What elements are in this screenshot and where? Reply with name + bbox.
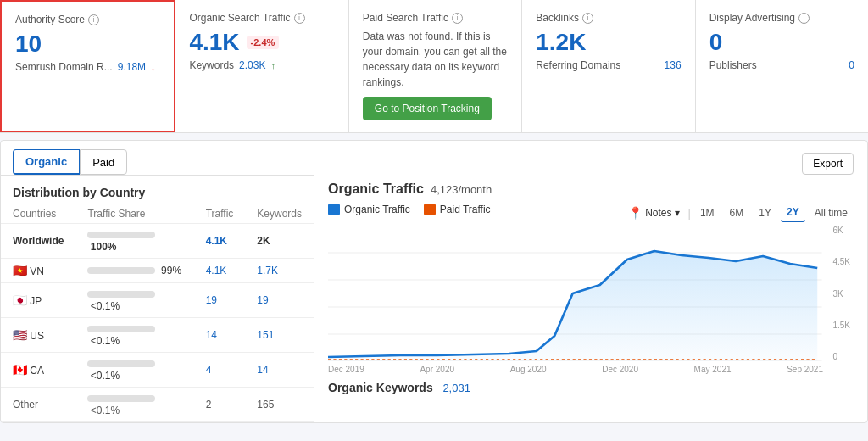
traffic-bar bbox=[87, 395, 155, 402]
time-1y[interactable]: 1Y bbox=[753, 204, 777, 221]
tab-row: Organic Paid bbox=[1, 141, 314, 176]
display-advertising-value: 0 bbox=[709, 29, 854, 56]
keywords-cell: 165 bbox=[245, 388, 314, 422]
keywords-cell: 19 bbox=[245, 283, 314, 318]
display-advertising-sub: Publishers 0 bbox=[709, 59, 854, 71]
country-cell: 🇺🇸 US bbox=[1, 318, 75, 353]
authority-score-arrow: ↓ bbox=[151, 62, 156, 72]
traffic-bar bbox=[87, 232, 155, 238]
traffic-cell: 4.1K bbox=[194, 259, 246, 283]
organic-search-traffic-badge: -2.4% bbox=[247, 36, 280, 49]
notes-label: Notes bbox=[645, 207, 671, 219]
col-traffic: Traffic bbox=[194, 204, 246, 224]
table-row: 🇻🇳 VN 99% 4.1K 1.7K bbox=[1, 259, 314, 283]
time-1m[interactable]: 1M bbox=[694, 204, 721, 221]
organic-keywords-value: 2,031 bbox=[442, 382, 470, 394]
notes-icon: 📍 bbox=[628, 206, 643, 220]
paid-search-traffic-card: Paid Search Traffic i Data was not found… bbox=[349, 0, 522, 132]
paid-checkbox[interactable] bbox=[424, 204, 436, 215]
organic-search-traffic-info-icon[interactable]: i bbox=[294, 13, 305, 24]
notes-button[interactable]: 📍 Notes ▾ bbox=[623, 204, 684, 222]
chart-area-fill bbox=[328, 251, 817, 361]
x-dec2019: Dec 2019 bbox=[328, 365, 364, 374]
backlinks-value: 1.2K bbox=[536, 29, 681, 56]
traffic-share-cell: <0.1% bbox=[75, 353, 193, 388]
tabs: Organic Paid bbox=[13, 149, 127, 175]
traffic-bar bbox=[87, 267, 155, 274]
traffic-bar bbox=[87, 360, 155, 367]
x-aug2020: Aug 2020 bbox=[510, 365, 547, 374]
time-6m[interactable]: 6M bbox=[724, 204, 750, 221]
table-row: 🇯🇵 JP <0.1% 19 19 bbox=[1, 283, 314, 318]
organic-search-traffic-value: 4.1K -2.4% bbox=[189, 29, 334, 56]
chart-area: 6K 4.5K 3K 1.5K 0 bbox=[328, 226, 854, 361]
legend-time-row: Organic Traffic Paid Traffic 📍 Notes ▾ |… bbox=[328, 204, 854, 222]
organic-search-traffic-title: Organic Search Traffic i bbox=[189, 12, 334, 24]
x-sep2021: Sep 2021 bbox=[787, 365, 823, 374]
authority-score-info-icon[interactable]: i bbox=[88, 14, 99, 25]
keywords-cell: 151 bbox=[245, 318, 314, 353]
separator-1: | bbox=[688, 207, 691, 220]
legend-row: Organic Traffic Paid Traffic bbox=[328, 204, 491, 215]
traffic-cell: 2 bbox=[194, 388, 246, 422]
country-cell: Other bbox=[1, 388, 75, 422]
organic-keywords-row: Organic Keywords 2,031 bbox=[328, 381, 854, 394]
chart-svg bbox=[328, 226, 854, 361]
traffic-share-cell: 100% bbox=[75, 224, 193, 259]
traffic-share-cell: 99% bbox=[75, 259, 193, 283]
paid-label: Paid Traffic bbox=[440, 204, 491, 215]
x-may2021: May 2021 bbox=[694, 365, 732, 374]
col-traffic-share: Traffic Share bbox=[75, 204, 193, 224]
country-cell: 🇯🇵 JP bbox=[1, 283, 75, 318]
legend-paid: Paid Traffic bbox=[424, 204, 491, 215]
traffic-bar bbox=[87, 326, 155, 332]
paid-search-traffic-desc: Data was not found. If this is your doma… bbox=[363, 29, 508, 90]
top-cards-section: Authority Score i 10 Semrush Domain R...… bbox=[0, 0, 868, 133]
traffic-bar bbox=[87, 291, 155, 298]
traffic-cell: 4.1K bbox=[194, 224, 246, 259]
display-advertising-card: Display Advertising i 0 Publishers 0 bbox=[696, 0, 868, 132]
keywords-cell: 14 bbox=[245, 353, 314, 388]
organic-search-traffic-arrow: ↑ bbox=[270, 60, 275, 70]
tab-organic[interactable]: Organic bbox=[13, 149, 80, 175]
time-all[interactable]: All time bbox=[809, 204, 854, 221]
x-labels: Dec 2019 Apr 2020 Aug 2020 Dec 2020 May … bbox=[328, 365, 854, 374]
paid-search-traffic-title: Paid Search Traffic i bbox=[363, 12, 508, 24]
authority-score-value: 10 bbox=[15, 31, 160, 58]
table-row: Worldwide 100% 4.1K 2K bbox=[1, 224, 314, 259]
col-keywords: Keywords bbox=[245, 204, 314, 224]
traffic-cell: 4 bbox=[194, 353, 246, 388]
position-tracking-button[interactable]: Go to Position Tracking bbox=[363, 97, 492, 120]
distribution-title: Distribution by Country bbox=[1, 176, 314, 204]
organic-keywords-label: Organic Keywords bbox=[328, 381, 433, 394]
organic-checkbox[interactable] bbox=[328, 204, 340, 215]
time-2y[interactable]: 2Y bbox=[781, 204, 805, 222]
country-cell: 🇨🇦 CA bbox=[1, 353, 75, 388]
export-button[interactable]: Export bbox=[802, 153, 854, 175]
x-dec2020: Dec 2020 bbox=[602, 365, 638, 374]
right-panel: Export Organic Traffic 4,123/month Organ… bbox=[314, 141, 867, 422]
table-row: Other <0.1% 2 165 bbox=[1, 388, 314, 422]
country-cell: 🇻🇳 VN bbox=[1, 259, 75, 283]
traffic-cell: 14 bbox=[194, 318, 246, 353]
authority-score-card: Authority Score i 10 Semrush Domain R...… bbox=[0, 0, 175, 132]
x-apr2020: Apr 2020 bbox=[420, 365, 454, 374]
chart-title: Organic Traffic bbox=[328, 181, 424, 197]
backlinks-info-icon[interactable]: i bbox=[582, 13, 593, 24]
backlinks-card: Backlinks i 1.2K Referring Domains 136 bbox=[522, 0, 695, 132]
traffic-cell: 19 bbox=[194, 283, 246, 318]
table-row: 🇨🇦 CA <0.1% 4 14 bbox=[1, 353, 314, 388]
organic-search-traffic-sub: Keywords 2.03K ↑ bbox=[189, 59, 334, 71]
traffic-share-cell: <0.1% bbox=[75, 388, 193, 422]
paid-search-traffic-info-icon[interactable]: i bbox=[452, 13, 463, 24]
organic-search-traffic-card: Organic Search Traffic i 4.1K -2.4% Keyw… bbox=[175, 0, 348, 132]
display-advertising-info-icon[interactable]: i bbox=[798, 13, 810, 24]
left-panel: Organic Paid Distribution by Country Cou… bbox=[1, 141, 314, 422]
authority-score-sub: Semrush Domain R... 9.18M ↓ bbox=[15, 61, 160, 73]
country-cell: Worldwide bbox=[1, 224, 75, 259]
backlinks-title: Backlinks i bbox=[536, 12, 681, 24]
organic-label: Organic Traffic bbox=[344, 204, 410, 215]
authority-score-title: Authority Score i bbox=[15, 14, 160, 25]
traffic-share-cell: <0.1% bbox=[75, 318, 193, 353]
tab-paid[interactable]: Paid bbox=[80, 149, 127, 175]
